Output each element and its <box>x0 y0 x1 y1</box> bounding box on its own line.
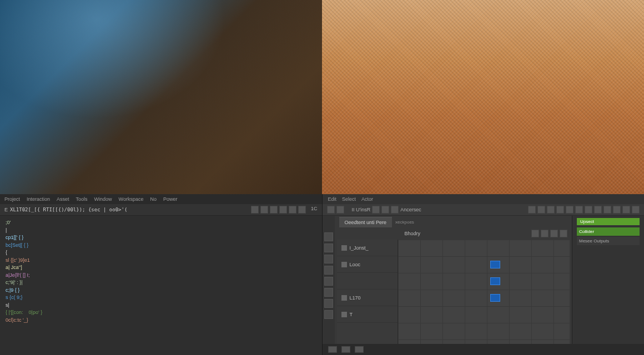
pin-icon[interactable] <box>324 277 333 286</box>
right-menubar: Edit Select Actor <box>323 194 645 204</box>
marker-icon[interactable] <box>324 244 333 252</box>
track-label[interactable] <box>337 273 398 290</box>
toolbar-text: II U'insR <box>352 207 371 212</box>
folder-icon[interactable] <box>324 266 333 275</box>
tool-icon[interactable] <box>575 206 583 214</box>
timeline-body: Oeedtent unti Pere xeckpoes Bhodry I_Jon… <box>323 216 645 344</box>
tool-icon[interactable] <box>613 206 621 214</box>
tool-icon[interactable] <box>632 206 640 214</box>
keyframe-grid[interactable] <box>398 240 570 344</box>
tool-icon[interactable] <box>298 206 306 214</box>
fence-icon[interactable] <box>324 232 333 241</box>
track-type-icon <box>341 312 347 317</box>
timeline-panel: Edit Select Actor II U'insR Ancersec <box>323 194 645 355</box>
track-type-icon <box>341 262 347 267</box>
tool-icon[interactable] <box>391 206 399 214</box>
track-name: I_Jonst_ <box>350 245 369 251</box>
outliner-item[interactable]: Collider <box>577 227 640 236</box>
property-label: Bhodry <box>405 231 421 236</box>
prop-header: Bhodry <box>335 227 572 240</box>
a-icon[interactable] <box>531 230 539 237</box>
tool-icon[interactable] <box>279 206 287 214</box>
status-bar <box>323 344 645 355</box>
tab-secondary: xeckpoes <box>395 220 414 225</box>
tool-icon[interactable] <box>556 206 564 214</box>
code-panel: Project Interaction Asset Tools Window W… <box>0 194 323 355</box>
timeline-tab[interactable]: Oeedtent unti Pere <box>339 217 393 227</box>
mode-icon[interactable] <box>328 346 337 353</box>
code-editor[interactable]: ;0'|cp1[[' { }bc[Set|[ { }{sl {[c' )9]e1… <box>0 216 322 355</box>
snap-icon[interactable] <box>341 346 350 353</box>
toolbar-page: 1C <box>311 206 318 214</box>
track-type-icon <box>341 245 347 251</box>
tool-icon[interactable] <box>585 206 592 214</box>
menu-select[interactable]: Select <box>342 196 356 202</box>
tool-icon[interactable] <box>566 206 573 214</box>
menu-power[interactable]: Power <box>163 196 178 202</box>
grid-icon[interactable] <box>355 346 364 353</box>
tool-icon[interactable] <box>251 206 259 214</box>
menu-window[interactable]: Window <box>94 196 112 202</box>
track-label[interactable]: T <box>337 306 398 323</box>
b-icon[interactable] <box>541 230 549 237</box>
text-icon[interactable] <box>324 310 333 319</box>
menu-interaction[interactable]: Interaction <box>27 196 50 202</box>
toolbar-label: E <box>4 207 8 212</box>
viewport-right[interactable] <box>322 0 644 194</box>
outliner-header[interactable]: Upsect <box>577 218 640 225</box>
function-signature: XL1T02[_[{ RTI[[{)/00l}); {sec | oo0>'( <box>10 207 127 212</box>
tool-icon[interactable] <box>603 206 611 214</box>
tool-icon[interactable] <box>537 206 545 214</box>
right-toolbar: II U'insR Ancersec <box>323 204 645 216</box>
track-type-icon <box>341 295 347 301</box>
menu-project[interactable]: Project <box>4 196 20 202</box>
track-labels: I_Jonst_LoocL170T <box>337 240 398 344</box>
tool-icon[interactable] <box>381 206 389 214</box>
d-icon[interactable] <box>560 230 567 237</box>
track-label[interactable]: Looc <box>337 256 398 273</box>
menu-actor[interactable]: Actor <box>361 196 373 202</box>
track-grid: I_Jonst_LoocL170T <box>337 240 570 344</box>
keyframe[interactable] <box>490 261 500 268</box>
viewport-row <box>0 0 644 194</box>
brush-icon[interactable] <box>336 206 344 214</box>
list-icon[interactable] <box>324 299 333 308</box>
tab-row: Oeedtent unti Pere xeckpoes <box>335 216 572 227</box>
menu-workspace[interactable]: Workspace <box>119 196 144 202</box>
viewport-left[interactable] <box>0 0 322 194</box>
track-name: Looc <box>350 262 361 267</box>
cursor-icon[interactable] <box>327 206 335 214</box>
c-icon[interactable] <box>550 230 558 237</box>
track-label[interactable]: L170 <box>337 290 398 306</box>
tool-strip <box>323 216 335 344</box>
code-menubar: Project Interaction Asset Tools Window W… <box>0 194 322 204</box>
track-label[interactable]: I_Jonst_ <box>337 240 398 256</box>
outliner-sidebar: Upsect Collider Mesee Outputs <box>572 216 644 344</box>
bottom-panels: Project Interaction Asset Tools Window W… <box>0 194 644 355</box>
toolbar-text: Ancersec <box>400 207 421 212</box>
tool-icon[interactable] <box>289 206 296 214</box>
track-name: L170 <box>350 295 361 301</box>
tool-icon[interactable] <box>260 206 268 214</box>
menu-asset[interactable]: Asset <box>57 196 69 202</box>
tag-icon[interactable] <box>324 255 333 263</box>
menu-tools[interactable]: Tools <box>76 196 88 202</box>
tool-icon[interactable] <box>547 206 555 214</box>
doc-icon[interactable] <box>324 288 333 297</box>
track-name: T <box>350 312 353 317</box>
tool-icon[interactable] <box>372 206 380 214</box>
code-toolbar: E XL1T02[_[{ RTI[[{)/00l}); {sec | oo0>'… <box>0 204 322 216</box>
keyframe[interactable] <box>490 277 500 285</box>
tool-icon[interactable] <box>594 206 602 214</box>
keyframe[interactable] <box>490 294 500 302</box>
menu-edit[interactable]: Edit <box>328 196 337 202</box>
tool-icon[interactable] <box>622 206 630 214</box>
tool-icon[interactable] <box>270 206 278 214</box>
timeline-main: Oeedtent unti Pere xeckpoes Bhodry I_Jon… <box>335 216 572 344</box>
outliner-item[interactable]: Mesee Outputs <box>577 237 640 245</box>
menu-no[interactable]: No <box>150 196 157 202</box>
tool-icon[interactable] <box>528 206 536 214</box>
